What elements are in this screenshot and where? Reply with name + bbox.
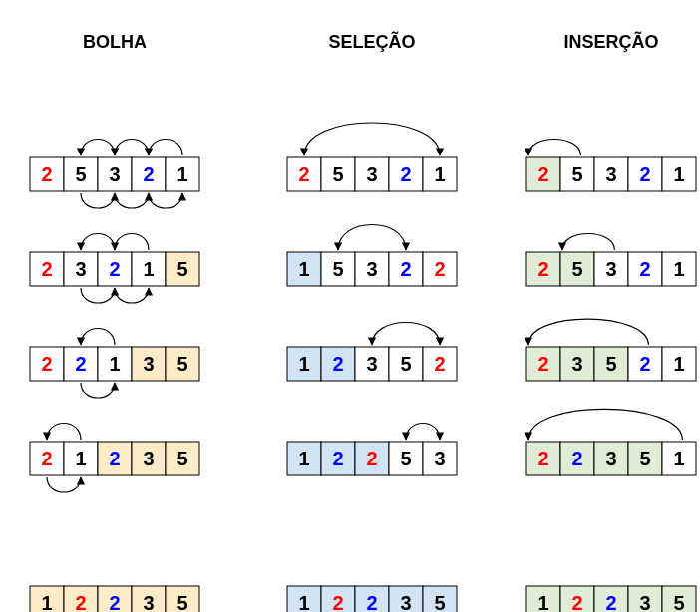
- cell-value: 2: [571, 448, 582, 469]
- cell-value: 5: [400, 448, 411, 469]
- cell-value: 1: [75, 448, 86, 469]
- cell-value: 2: [366, 592, 377, 612]
- heading-bolha: BOLHA: [83, 32, 147, 52]
- cell-value: 5: [571, 163, 582, 185]
- cell-value: 3: [605, 163, 616, 185]
- cell-value: 2: [298, 163, 309, 185]
- cell-value: 2: [400, 163, 411, 185]
- cell-value: 1: [434, 163, 445, 185]
- cell-value: 3: [400, 592, 411, 612]
- cell-value: 1: [673, 353, 684, 375]
- swap-arc: [81, 288, 115, 303]
- cell-value: 2: [537, 163, 548, 185]
- cell-value: 2: [109, 592, 120, 612]
- cell-value: 5: [176, 448, 187, 469]
- cell-value: 3: [366, 353, 377, 375]
- cell-value: 1: [673, 163, 684, 185]
- cell-value: 2: [75, 353, 86, 375]
- cell-value: 5: [673, 592, 684, 612]
- cell-value: 5: [332, 163, 343, 185]
- cell-value: 2: [366, 448, 377, 469]
- cell-value: 1: [109, 353, 120, 375]
- cell-value: 2: [332, 448, 343, 469]
- cell-value: 2: [639, 163, 650, 185]
- insert-arrow: [528, 409, 682, 440]
- cell-value: 1: [298, 258, 309, 280]
- cell-value: 3: [143, 353, 154, 375]
- cell-value: 5: [75, 163, 86, 185]
- cell-value: 1: [298, 353, 309, 375]
- swap-arc: [81, 234, 115, 251]
- cell-value: 2: [75, 592, 86, 612]
- cell-value: 2: [41, 448, 52, 469]
- swap-arc: [81, 383, 115, 398]
- cell-value: 5: [176, 258, 187, 280]
- cell-value: 3: [434, 448, 445, 469]
- cell-value: 3: [143, 448, 154, 469]
- cell-value: 2: [571, 592, 582, 612]
- cell-value: 2: [109, 258, 120, 280]
- cell-value: 3: [366, 163, 377, 185]
- swap-arc: [372, 323, 440, 346]
- sorting-diagram: BOLHASELEÇÃOINSERÇÃO25321232152213521235…: [10, 20, 700, 612]
- swap-arc: [406, 424, 440, 441]
- swap-arc: [115, 234, 149, 251]
- cell-value: 1: [673, 448, 684, 469]
- cell-value: 1: [176, 163, 187, 185]
- cell-value: 1: [41, 592, 52, 612]
- cell-value: 2: [41, 353, 52, 375]
- swap-arc: [149, 193, 182, 208]
- cell-value: 3: [75, 258, 86, 280]
- swap-arc: [81, 140, 115, 156]
- swap-arc: [81, 329, 115, 346]
- cell-value: 2: [400, 258, 411, 280]
- swap-arc: [81, 193, 115, 208]
- cell-value: 3: [143, 592, 154, 612]
- cell-value: 5: [639, 448, 650, 469]
- insert-arrow: [528, 319, 648, 345]
- cell-value: 3: [366, 258, 377, 280]
- cell-value: 2: [605, 592, 616, 612]
- cell-value: 2: [434, 353, 445, 375]
- cell-value: 2: [332, 353, 343, 375]
- swap-arc: [338, 225, 406, 251]
- cell-value: 2: [639, 353, 650, 375]
- swap-arc: [115, 193, 149, 208]
- insert-arrow: [562, 234, 614, 250]
- cell-value: 3: [109, 163, 120, 185]
- cell-value: 3: [571, 353, 582, 375]
- cell-value: 5: [332, 258, 343, 280]
- swap-arc: [115, 288, 149, 303]
- cell-value: 2: [639, 258, 650, 280]
- insert-arrow: [528, 140, 580, 155]
- cell-value: 1: [298, 448, 309, 469]
- cell-value: 2: [537, 258, 548, 280]
- cell-value: 5: [176, 353, 187, 375]
- cell-value: 1: [143, 258, 154, 280]
- swap-arc: [304, 123, 440, 155]
- cell-value: 1: [673, 258, 684, 280]
- cell-value: 2: [109, 448, 120, 469]
- cell-value: 3: [605, 448, 616, 469]
- cell-value: 3: [639, 592, 650, 612]
- swap-arc: [149, 140, 182, 156]
- heading-seleção: SELEÇÃO: [328, 31, 415, 52]
- cell-value: 2: [434, 258, 445, 280]
- swap-arc: [47, 424, 81, 441]
- cell-value: 5: [434, 592, 445, 612]
- cell-value: 5: [605, 353, 616, 375]
- swap-arc: [115, 140, 149, 156]
- cell-value: 2: [41, 258, 52, 280]
- cell-value: 3: [605, 258, 616, 280]
- cell-value: 2: [537, 448, 548, 469]
- cell-value: 5: [571, 258, 582, 280]
- cell-value: 5: [400, 353, 411, 375]
- cell-value: 5: [176, 592, 187, 612]
- cell-value: 2: [41, 163, 52, 185]
- cell-value: 2: [537, 353, 548, 375]
- swap-arc: [47, 477, 81, 492]
- cell-value: 1: [298, 592, 309, 612]
- cell-value: 2: [143, 163, 154, 185]
- heading-inserção: INSERÇÃO: [563, 31, 658, 52]
- cell-value: 2: [332, 592, 343, 612]
